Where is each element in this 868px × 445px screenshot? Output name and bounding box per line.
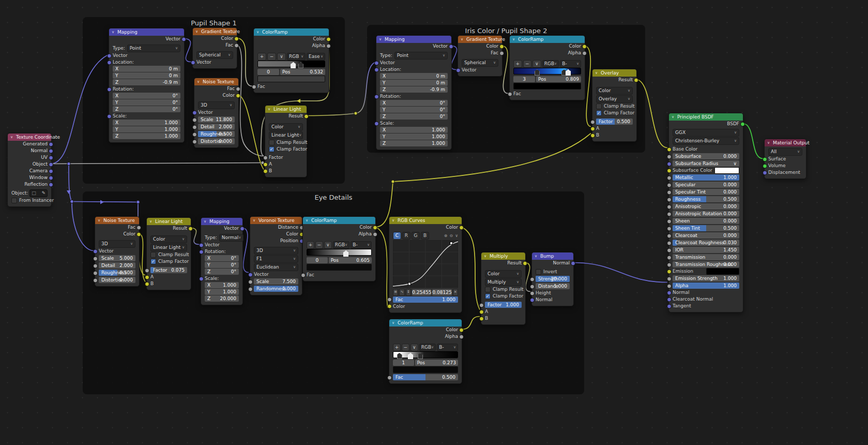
socket-in-a[interactable]	[590, 126, 595, 131]
socket-in-a[interactable]	[479, 309, 484, 314]
field-y[interactable]: Y0 m	[113, 72, 180, 79]
slider-factor[interactable]: Factor1.000	[485, 302, 522, 308]
dropdown-point[interactable]: Point∨	[127, 44, 180, 52]
socket-out-vector[interactable]	[181, 37, 186, 41]
socket-in-randomness[interactable]	[248, 287, 253, 291]
dropdown-f1[interactable]: F1∨	[254, 255, 298, 263]
socket-in-b[interactable]	[590, 133, 595, 138]
eyedropper-icon[interactable]: ✎	[41, 190, 45, 196]
socket-in-color[interactable]	[387, 304, 392, 309]
stop-color-swatch[interactable]	[307, 264, 372, 271]
field-x[interactable]: X1.000	[113, 120, 180, 126]
node-header[interactable]: ∨ColorRamp	[254, 28, 329, 36]
checkbox-clamp-factor[interactable]	[150, 259, 156, 264]
add-stop-button[interactable]: +	[257, 53, 266, 61]
socket-in-b[interactable]	[145, 281, 149, 286]
collapse-icon[interactable]: ∨	[512, 36, 515, 43]
socket-in-factor[interactable]	[145, 268, 149, 273]
curve-tool-icon[interactable]: ≡	[393, 289, 398, 296]
socket-in-scale[interactable]	[93, 256, 98, 261]
field-x[interactable]: X0 m	[380, 73, 448, 79]
reroute-dot[interactable]	[70, 200, 73, 203]
socket-in-rotation[interactable]	[107, 87, 112, 92]
socket-out-bsdf[interactable]	[740, 122, 745, 126]
socket-in-vector[interactable]	[93, 249, 98, 254]
socket-in-vector[interactable]	[107, 53, 112, 58]
socket-in-location[interactable]	[374, 67, 379, 72]
ramp-options-button[interactable]: ∨	[277, 53, 286, 61]
socket-in-vector[interactable]	[248, 272, 253, 277]
slider-roughness[interactable]: Roughness0.500	[198, 131, 235, 137]
socket-out-reflection[interactable]	[49, 182, 53, 187]
node-editor-canvas[interactable]: Pupil Shape 1Iris Color / Pupil Shape 2E…	[0, 0, 868, 445]
remove-stop-button[interactable]: −	[267, 53, 276, 61]
add-stop-button[interactable]: +	[513, 60, 522, 68]
socket-in-clearcoat-normal[interactable]	[667, 297, 672, 302]
socket-in-anisotropic-rotation[interactable]	[667, 212, 672, 216]
node-header[interactable]: ∨Gradient Texture	[193, 28, 237, 35]
slider-randomness[interactable]: Randomness1.000	[254, 286, 298, 292]
socket-in-fac[interactable]	[387, 298, 392, 302]
slider-strength[interactable]: Strength20.000	[536, 276, 570, 282]
remove-stop-button[interactable]: −	[402, 344, 409, 351]
socket-out-alpha[interactable]	[326, 43, 331, 48]
collapse-icon[interactable]: ∨	[392, 319, 394, 327]
dropdown-linear-light[interactable]: Linear Light∨	[150, 244, 187, 251]
collapse-icon[interactable]: ∨	[112, 28, 114, 36]
node-colorramp-3[interactable]: ∨ColorRampColorAlpha+−∨RGB∨B-Spline∨0Pos…	[302, 216, 376, 281]
colorramp-gradient[interactable]	[257, 61, 325, 68]
socket-in-a[interactable]	[145, 275, 149, 279]
checkbox-clamp-factor[interactable]	[269, 146, 275, 152]
slider-sheen[interactable]: Sheen0.000	[673, 218, 739, 224]
field-z[interactable]: Z20.000	[205, 295, 239, 302]
slider-factor[interactable]: Factor0.075	[150, 267, 187, 273]
slider-ior[interactable]: IOR1.450	[673, 247, 739, 253]
checkbox-row-invert[interactable]: Invert	[536, 269, 570, 275]
collapse-icon[interactable]: ∨	[98, 217, 100, 224]
node-mapping-1[interactable]: ∨MappingVectorType:Point∨VectorLocation:…	[109, 28, 185, 143]
node-overlay[interactable]: ∨OverlayResultColor∨Overlay∨Clamp Result…	[592, 69, 637, 142]
channel-tab-g[interactable]: G	[412, 232, 420, 240]
socket-out-result[interactable]	[188, 226, 193, 231]
field-y[interactable]: Y1.000	[113, 126, 180, 132]
collapse-icon[interactable]: ∨	[767, 139, 770, 146]
field-z[interactable]: Z0°	[113, 106, 180, 112]
field-y[interactable]: Y0°	[380, 107, 448, 113]
node-header[interactable]: ∨Texture Coordinate	[8, 134, 51, 141]
collapse-icon[interactable]: ∨	[484, 253, 486, 260]
checkbox-clamp-result[interactable]	[269, 140, 275, 145]
socket-out-camera[interactable]	[49, 169, 53, 173]
slider-detail[interactable]: Detail2.000	[198, 124, 235, 130]
interpolation-dropdown[interactable]: Ease∨	[307, 53, 325, 61]
checkbox-row-clamp-result[interactable]: Clamp Result	[150, 251, 187, 258]
socket-out-color[interactable]	[136, 232, 141, 236]
slider-scale[interactable]: Scale7.500	[254, 278, 298, 285]
socket-in-factor[interactable]	[479, 303, 484, 307]
dropdown-spherical[interactable]: Spherical∨	[462, 59, 498, 67]
node-linear-light-1[interactable]: ∨Linear LightResultColor∨Linear Light∨Cl…	[265, 105, 307, 177]
socket-out-color[interactable]	[236, 93, 240, 98]
collapse-icon[interactable]: ∨	[204, 218, 206, 225]
slider-transmission[interactable]: Transmission0.000	[673, 254, 739, 260]
socket-in-normal[interactable]	[530, 298, 535, 302]
socket-out-alpha[interactable]	[459, 334, 464, 339]
node-mapping-2[interactable]: ∨MappingVectorType:Point∨VectorLocation:…	[376, 35, 452, 150]
node-header[interactable]: ∨Noise Texture	[194, 78, 238, 85]
collapse-icon[interactable]: ∨	[10, 134, 13, 141]
node-header[interactable]: ∨RGB Curves	[389, 217, 462, 224]
collapse-icon[interactable]: ∨	[149, 218, 152, 225]
node-colorramp-2[interactable]: ∨ColorRampColorAlpha+−∨RGB∨B-Spline∨3Pos…	[509, 35, 585, 100]
socket-in-fac[interactable]	[301, 273, 306, 277]
curve-point[interactable]	[450, 242, 453, 245]
socket-in-subsurface-color[interactable]	[667, 168, 672, 173]
channel-tab-b[interactable]: B	[421, 232, 429, 240]
slider-specular[interactable]: Specular0.000	[673, 182, 739, 188]
socket-in-factor[interactable]	[263, 155, 268, 160]
stop-index-field[interactable]: 0	[307, 257, 328, 263]
socket-out-fac[interactable]	[499, 51, 504, 55]
socket-out-color[interactable]	[234, 36, 239, 41]
socket-out-fac[interactable]	[136, 225, 141, 230]
slider-emission-strength[interactable]: Emission Strength1.000	[673, 275, 739, 281]
dropdown-color[interactable]: Color∨	[150, 235, 187, 243]
socket-in-vector[interactable]	[199, 243, 204, 247]
